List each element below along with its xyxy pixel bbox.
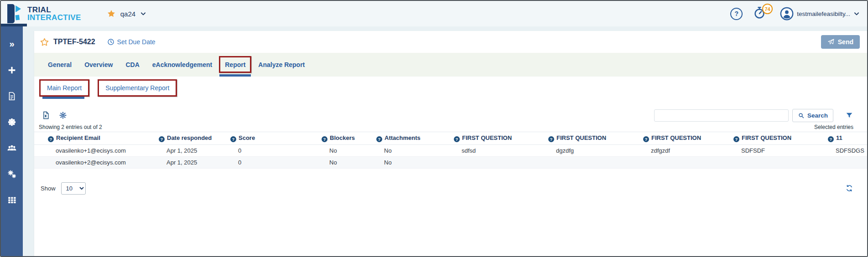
chevron-down-icon <box>140 10 146 17</box>
search-button-label: Search <box>807 112 828 119</box>
column-header-blockers[interactable]: ?Blockers <box>309 132 364 145</box>
cell-first-question <box>441 157 535 169</box>
export-excel-button[interactable] <box>41 110 51 120</box>
column-header-attachments[interactable]: ?Attachments <box>364 132 441 145</box>
help-icon[interactable]: ? <box>548 136 554 142</box>
filter-button[interactable] <box>845 111 853 119</box>
column-header-label: Blockers <box>330 134 355 141</box>
table-row[interactable]: ovasilenko+2@ecisys.comApr 1, 20250NoNo <box>34 157 867 169</box>
column-header-first-question[interactable]: ?FIRST QUESTION <box>721 132 815 145</box>
project-name: qa24 <box>120 10 135 18</box>
help-icon[interactable]: ? <box>454 136 460 142</box>
cell-first-question <box>535 157 630 169</box>
app-logo[interactable]: TRIAL INTERACTIVE <box>5 4 81 24</box>
tab-cda[interactable]: CDA <box>119 53 146 77</box>
selected-entries-label: Selected entries <box>814 124 853 130</box>
content-area: TPTEF-5422 Set Due Date Send <box>23 26 867 257</box>
cell-first-question: sdfsd <box>441 145 535 157</box>
subtab-label: Main Report <box>47 84 82 92</box>
timer-icon[interactable]: 74 <box>753 6 766 21</box>
funnel-icon <box>845 111 853 119</box>
user-menu[interactable]: testmailefeasibilty... <box>780 7 860 21</box>
search-icon <box>798 112 805 119</box>
sidebar-item-cog-pair[interactable] <box>1 161 23 187</box>
cell-attachments: No <box>364 145 441 157</box>
column-header-11[interactable]: ?11 <box>815 132 867 145</box>
column-header-first-question[interactable]: ?FIRST QUESTION <box>535 132 630 145</box>
help-icon[interactable]: ? <box>159 136 165 142</box>
refresh-icon <box>845 184 853 192</box>
search-input[interactable] <box>654 109 789 122</box>
subtab-supplementary-report[interactable]: Supplementary Report <box>98 79 177 97</box>
table-row[interactable]: ovasilenko+1@ecisys.comApr 1, 20250NoNos… <box>34 145 867 157</box>
tab-eacknowledgement[interactable]: eAcknowledgement <box>146 53 218 77</box>
project-switcher[interactable]: qa24 <box>107 9 146 18</box>
column-header-label: Date responded <box>167 134 212 141</box>
star-filled-icon <box>107 9 116 18</box>
grid-icon <box>7 195 17 205</box>
help-icon[interactable]: ? <box>376 136 382 142</box>
sidebar-item-users[interactable] <box>1 135 23 161</box>
paper-plane-icon <box>827 38 835 46</box>
set-due-date-label: Set Due Date <box>117 38 156 46</box>
send-button[interactable]: Send <box>821 35 860 49</box>
grid-meta: Showing 2 entries out of 2 Selected entr… <box>34 122 867 130</box>
user-name: testmailefeasibilty... <box>797 10 850 17</box>
page-size-select[interactable]: 10 <box>61 182 86 195</box>
gear-icon <box>58 111 68 120</box>
record-header: TPTEF-5422 Set Due Date Send <box>34 31 867 53</box>
send-button-label: Send <box>838 38 853 46</box>
sidebar-item-double-chevron-right[interactable]: » <box>1 31 23 57</box>
grid-footer: Show 10 <box>34 181 867 195</box>
column-header-label: FIRST QUESTION <box>556 134 606 141</box>
help-icon[interactable]: ? <box>730 8 743 20</box>
star-outline-icon[interactable] <box>40 37 49 47</box>
record-id: TPTEF-5422 <box>53 38 95 46</box>
column-header-recipient-email[interactable]: ?Recipient Email <box>34 132 146 145</box>
tab-overview[interactable]: Overview <box>78 53 119 77</box>
column-header-date-responded[interactable]: ?Date responded <box>146 132 218 145</box>
help-icon[interactable]: ? <box>322 136 327 142</box>
column-header-score[interactable]: ?Score <box>218 132 309 145</box>
help-icon[interactable]: ? <box>230 136 236 142</box>
cell-date-responded: Apr 1, 2025 <box>146 145 218 157</box>
logo-line2: INTERACTIVE <box>27 14 81 21</box>
set-due-date-button[interactable]: Set Due Date <box>107 38 156 46</box>
sidebar-item-plus[interactable] <box>1 57 23 83</box>
tab-general[interactable]: General <box>42 53 78 77</box>
users-icon <box>7 143 17 153</box>
column-header-label: FIRST QUESTION <box>462 134 512 141</box>
refresh-button[interactable] <box>845 184 853 192</box>
cell-11: SDFSDGS <box>815 145 867 157</box>
column-header-label: Attachments <box>385 134 421 141</box>
subtab-main-report[interactable]: Main Report <box>39 79 89 97</box>
column-header-first-question[interactable]: ?FIRST QUESTION <box>630 132 721 145</box>
column-header-label: FIRST QUESTION <box>742 134 791 141</box>
tab-label: General <box>48 61 72 68</box>
sidebar-item-document[interactable] <box>1 83 23 109</box>
help-icon[interactable]: ? <box>733 136 739 142</box>
sidebar-item-flower[interactable] <box>1 109 23 135</box>
column-header-first-question[interactable]: ?FIRST QUESTION <box>441 132 535 145</box>
help-icon[interactable]: ? <box>828 136 834 142</box>
left-sidebar: » <box>1 26 23 257</box>
tab-label: Overview <box>84 61 113 68</box>
main-card: TPTEF-5422 Set Due Date Send <box>34 31 867 257</box>
help-icon[interactable]: ? <box>48 136 54 142</box>
cell-first-question <box>721 157 815 169</box>
timer-count-badge: 74 <box>762 4 773 14</box>
help-icon[interactable]: ? <box>643 136 649 142</box>
cell-first-question: SDFSDF <box>721 145 815 157</box>
tab-analyze-report[interactable]: Analyze Report <box>252 53 311 77</box>
document-icon <box>7 91 17 101</box>
cell-date-responded: Apr 1, 2025 <box>146 157 218 169</box>
top-bar: TRIAL INTERACTIVE qa24 ? 74 <box>1 1 867 26</box>
subtab-label: Supplementary Report <box>105 84 169 92</box>
search-button[interactable]: Search <box>792 109 833 122</box>
tab-report[interactable]: Report <box>218 53 252 77</box>
cell-first-question: zdfgzdf <box>630 145 721 157</box>
grid-settings-button[interactable] <box>58 110 68 120</box>
sidebar-item-grid[interactable] <box>1 187 23 213</box>
table-header-row: ?Recipient Email?Date responded?Score?Bl… <box>34 132 867 145</box>
column-header-label: 11 <box>836 134 842 141</box>
